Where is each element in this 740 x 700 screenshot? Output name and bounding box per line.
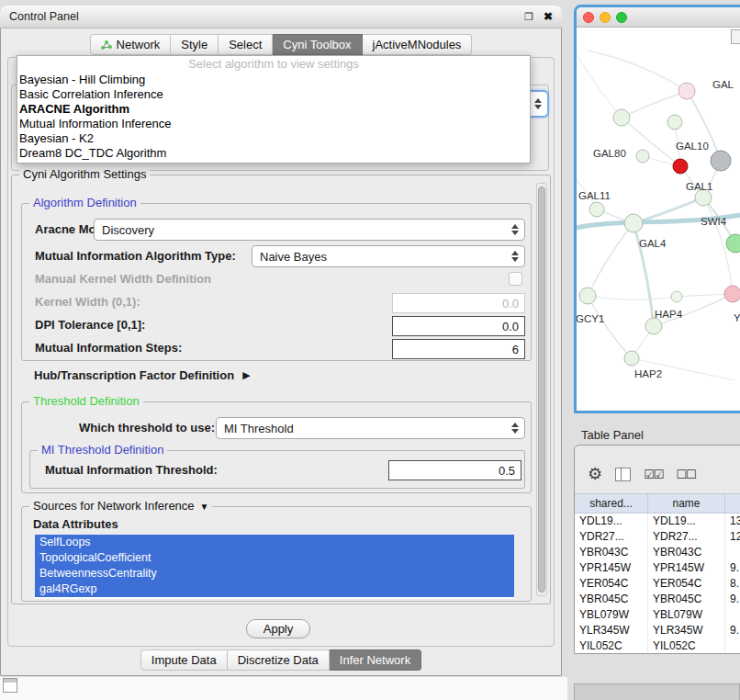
table-row[interactable]: YLR345W YLR345W 9. <box>575 623 740 638</box>
tab-infer-network[interactable]: Infer Network <box>330 649 421 671</box>
table-panel-toolbar: ⚙ ☑☑ ☐☐ <box>575 446 740 493</box>
canvas-corner-button[interactable] <box>731 29 740 44</box>
table-row[interactable]: YDR27... YDR27... 12 <box>575 529 740 545</box>
mac-zoom-button[interactable] <box>616 12 627 23</box>
combo-arrows-icon <box>511 224 519 235</box>
network-node[interactable] <box>667 115 682 130</box>
network-node-gal11[interactable] <box>589 202 604 217</box>
node-label: GAL11 <box>578 190 611 201</box>
float-window-icon[interactable]: ❐ <box>524 11 533 23</box>
table-row[interactable]: YPR145W YPR145W 9. <box>575 560 740 576</box>
deselect-all-icon[interactable]: ☐☐ <box>676 468 695 481</box>
mi-steps-label: Mutual Information Steps: <box>35 338 182 358</box>
cell-value <box>725 638 740 654</box>
tab-select[interactable]: Select <box>219 34 273 55</box>
collapse-down-icon: ▼ <box>200 502 209 512</box>
network-node[interactable] <box>671 291 682 302</box>
cell-shared-name: YBR045C <box>575 592 648 607</box>
algorithm-definition-group: Algorithm Definition Aracne Mode: Discov… <box>21 203 532 361</box>
control-panel-titlebar: Control Panel ❐ ✖ <box>0 6 562 28</box>
cell-name: YBR045C <box>648 592 725 607</box>
tab-impute-data[interactable]: Impute Data <box>140 649 228 671</box>
tab-jactivemnodules[interactable]: jActiveMNodules <box>363 34 473 55</box>
table-row[interactable]: YBL079W YBL079W <box>575 607 740 623</box>
table-row[interactable]: YDL19... YDL19... 13 <box>575 514 740 529</box>
network-node[interactable] <box>711 151 731 171</box>
control-panel-title: Control Panel <box>9 10 79 23</box>
table-row[interactable]: YIL052C YIL052C <box>575 638 740 654</box>
tab-discretize-data[interactable]: Discretize Data <box>228 649 330 671</box>
algorithm-option-selected[interactable]: ARACNE Algorithm <box>17 102 530 117</box>
mi-algorithm-type-combobox[interactable]: Naive Bayes <box>252 245 525 267</box>
network-node[interactable] <box>678 83 695 99</box>
which-threshold-combobox[interactable]: MI Threshold <box>216 417 525 439</box>
desktop: Control Panel ❐ ✖ Network Style Select C… <box>0 0 740 700</box>
mac-minimize-button[interactable] <box>600 12 611 23</box>
table-panel-window: ⚙ ☑☑ ☐☐ shared... name YDL19... YDL19...… <box>574 445 740 654</box>
network-node-hap2[interactable] <box>624 351 639 366</box>
mi-steps-field[interactable]: 6 <box>392 339 525 359</box>
mi-threshold-field[interactable]: 0.5 <box>388 460 521 480</box>
which-threshold-label: Which threshold to use: <box>79 418 215 438</box>
network-node-gal4[interactable] <box>624 214 643 232</box>
bottom-tab-bar: Impute Data Discretize Data Infer Networ… <box>0 649 562 671</box>
algorithm-option[interactable]: Mutual Information Inference <box>17 117 530 131</box>
table-row[interactable]: YER054C YER054C 8. <box>575 576 740 592</box>
column-header-name[interactable]: name <box>648 494 725 513</box>
attribute-item-selected[interactable]: TopologicalCoefficient <box>35 550 514 566</box>
cell-shared-name: YDL19... <box>575 514 648 529</box>
kernel-width-label: Kernel Width (0,1): <box>35 292 140 312</box>
network-node-hap4[interactable] <box>645 318 662 334</box>
select-all-icon[interactable]: ☑☑ <box>644 468 663 481</box>
attribute-item-selected[interactable]: gal4RGexp <box>35 581 514 597</box>
show-columns-icon[interactable] <box>615 468 631 481</box>
tab-style-label: Style <box>181 38 207 51</box>
tab-cyni-toolbox[interactable]: Cyni Toolbox <box>273 34 362 55</box>
cell-name: YIL052C <box>648 638 725 654</box>
dpi-tolerance-label: DPI Tolerance [0,1]: <box>35 315 145 335</box>
cell-value: 9. <box>725 623 740 638</box>
network-view-window: GAL GAL80 GAL10 GAL11 GAL1 SWI4 GAL4 GCY… <box>574 5 740 413</box>
column-header-shared-name[interactable]: shared... <box>575 494 648 513</box>
network-node[interactable] <box>724 286 740 302</box>
cell-name: YER054C <box>648 576 725 592</box>
cell-shared-name: YPR145W <box>575 560 648 576</box>
tab-style[interactable]: Style <box>171 34 219 55</box>
apply-button[interactable]: Apply <box>246 619 310 638</box>
minimized-panel-icon[interactable] <box>3 678 17 693</box>
mac-close-button[interactable] <box>583 12 594 23</box>
network-node[interactable] <box>726 234 740 253</box>
close-window-icon[interactable]: ✖ <box>544 10 553 23</box>
dpi-tolerance-field[interactable]: 0.0 <box>392 316 525 336</box>
table-header-row: shared... name <box>575 493 740 514</box>
algorithm-option[interactable]: Bayesian - K2 <box>17 131 530 146</box>
kernel-width-field[interactable]: 0.0 <box>392 293 525 313</box>
algorithm-option[interactable]: Dream8 DC_TDC Algorithm <box>17 146 530 161</box>
network-canvas[interactable]: GAL GAL80 GAL10 GAL11 GAL1 SWI4 GAL4 GCY… <box>577 28 740 413</box>
network-node-gal10[interactable] <box>673 159 688 174</box>
aracne-mode-combobox[interactable]: Discovery <box>94 219 525 241</box>
algorithm-option[interactable]: Basic Correlation Inference <box>17 87 530 102</box>
table-row[interactable]: YBR043C YBR043C <box>575 545 740 560</box>
node-label: GCY1 <box>577 313 604 324</box>
network-node[interactable] <box>613 109 630 126</box>
mi-algorithm-type-value: Naive Bayes <box>260 250 327 264</box>
algorithm-option[interactable]: Bayesian - Hill Climbing <box>17 73 530 87</box>
node-label: HAP4 <box>655 309 683 320</box>
hub-definition-toggle[interactable]: Hub/Transcription Factor Definition ▶ <box>34 368 251 382</box>
table-row[interactable]: YBR045C YBR045C 9. <box>575 592 740 607</box>
column-header-clipped[interactable] <box>725 494 740 513</box>
window-controls: ❐ ✖ <box>524 10 553 23</box>
attribute-item-selected[interactable]: BetweennessCentrality <box>35 566 514 581</box>
tab-network[interactable]: Network <box>90 34 172 55</box>
settings-scrollbar-thumb[interactable] <box>538 186 545 593</box>
gear-icon[interactable]: ⚙ <box>588 466 602 482</box>
manual-kernel-checkbox[interactable] <box>509 272 522 286</box>
attribute-item-selected[interactable]: SelfLoops <box>35 535 514 550</box>
mi-threshold-definition-title: MI Threshold Definition <box>38 443 167 457</box>
network-node-gcy1[interactable] <box>579 288 596 304</box>
tab-network-label: Network <box>117 38 161 51</box>
network-node[interactable] <box>636 150 649 163</box>
sources-group-title[interactable]: Sources for Network Inference▼ <box>29 499 212 513</box>
settings-scrollbar[interactable] <box>536 183 547 596</box>
